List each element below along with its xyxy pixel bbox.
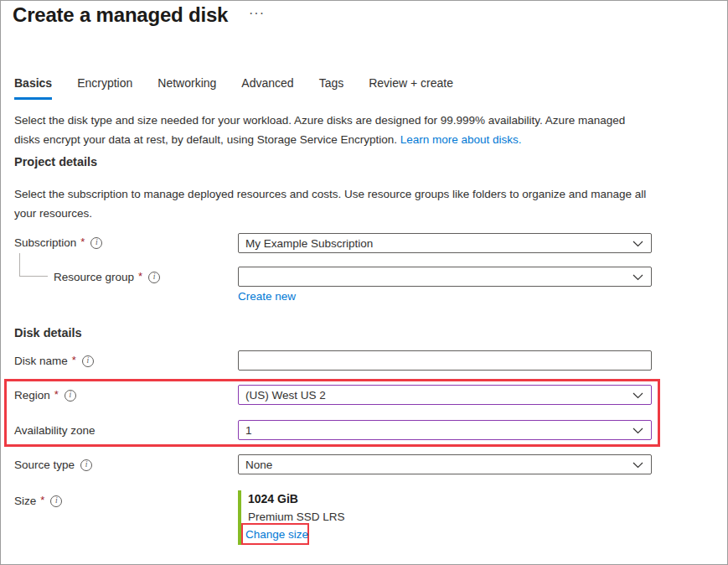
required-asterisk: * [72, 354, 76, 366]
disk-name-label: Disk name * i [14, 355, 94, 367]
hierarchy-connector-horizontal [19, 276, 48, 277]
subscription-label: Subscription * i [14, 236, 102, 249]
availability-zone-value: 1 [245, 424, 252, 437]
region-label: Region * i [14, 389, 76, 402]
resource-group-label: Resource group * i [54, 271, 160, 283]
tab-review-create[interactable]: Review + create [369, 76, 453, 100]
availability-zone-label: Availability zone [14, 424, 96, 437]
chevron-down-icon [632, 428, 643, 434]
page-title: Create a managed disk [13, 3, 228, 27]
info-icon[interactable]: i [80, 459, 92, 471]
region-value: (US) West US 2 [245, 389, 326, 402]
resource-group-dropdown[interactable] [238, 267, 652, 287]
tab-basics[interactable]: Basics [14, 76, 52, 100]
size-value: 1024 GiB [248, 492, 298, 505]
intro-paragraph: Select the disk type and size needed for… [14, 111, 643, 149]
region-dropdown[interactable]: (US) West US 2 [238, 385, 652, 405]
source-type-label: Source type i [14, 459, 92, 471]
project-details-heading: Project details [14, 155, 97, 168]
learn-more-link[interactable]: Learn more about disks. [400, 133, 522, 146]
disk-name-input[interactable] [238, 350, 652, 371]
tab-bar: Basics Encryption Networking Advanced Ta… [14, 76, 453, 100]
more-options-icon[interactable]: ··· [249, 6, 265, 21]
required-asterisk: * [40, 494, 44, 506]
info-icon[interactable]: i [90, 237, 102, 249]
project-details-description: Select the subscription to manage deploy… [14, 184, 666, 223]
intro-text: Select the disk type and size needed for… [14, 114, 625, 146]
tab-tags[interactable]: Tags [319, 76, 344, 100]
chevron-down-icon [632, 462, 643, 469]
size-label: Size * i [14, 495, 62, 507]
required-asterisk: * [54, 388, 59, 401]
required-asterisk: * [80, 236, 85, 248]
tab-advanced[interactable]: Advanced [241, 76, 293, 100]
chevron-down-icon [632, 274, 643, 281]
create-managed-disk-page: Create a managed disk ··· Basics Encrypt… [0, 0, 728, 565]
info-icon[interactable]: i [82, 355, 94, 367]
info-icon[interactable]: i [65, 390, 76, 402]
source-type-dropdown[interactable]: None [238, 454, 652, 474]
size-accent-bar [238, 490, 241, 545]
size-sku: Premium SSD LRS [248, 511, 345, 523]
hierarchy-connector-vertical [19, 253, 20, 276]
required-asterisk: * [138, 270, 142, 282]
info-icon[interactable]: i [50, 495, 62, 507]
source-type-value: None [245, 459, 272, 471]
info-icon[interactable]: i [148, 272, 160, 283]
chevron-down-icon [632, 241, 643, 247]
tab-networking[interactable]: Networking [157, 76, 216, 100]
change-size-link[interactable]: Change size [245, 528, 308, 541]
subscription-dropdown[interactable]: My Example Subscription [238, 233, 652, 253]
tab-encryption[interactable]: Encryption [77, 76, 132, 100]
disk-details-heading: Disk details [14, 326, 82, 340]
subscription-value: My Example Subscription [245, 237, 373, 250]
create-new-link[interactable]: Create new [238, 290, 296, 303]
availability-zone-dropdown[interactable]: 1 [238, 420, 652, 440]
chevron-down-icon [632, 392, 643, 399]
